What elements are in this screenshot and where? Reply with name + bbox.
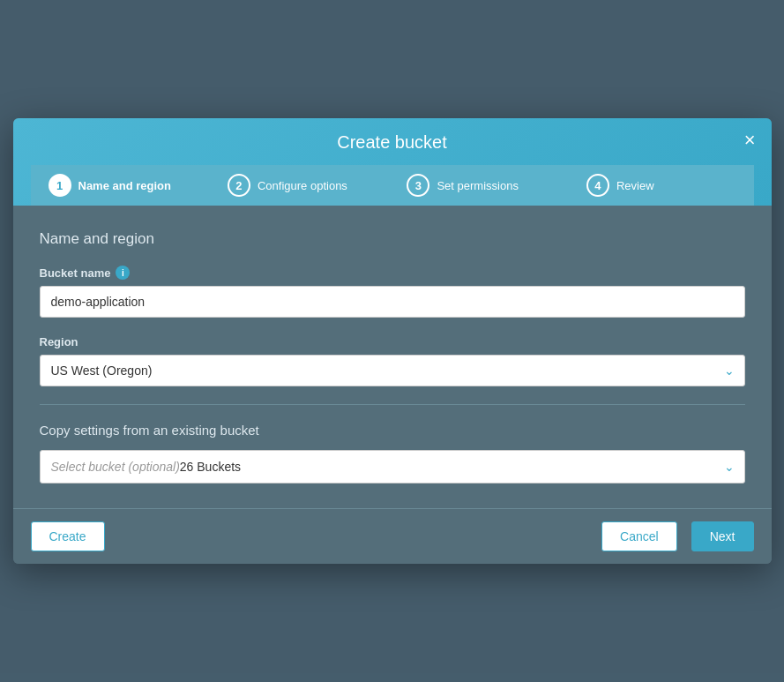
bucket-name-input[interactable] (40, 286, 745, 318)
cancel-button[interactable]: Cancel (601, 521, 677, 551)
modal-overlay: Create bucket × 1 Name and region 2 Conf… (0, 0, 784, 682)
bucket-name-label: Bucket name i (40, 266, 745, 280)
copy-settings-label: Copy settings from an existing bucket (40, 423, 745, 438)
bucket-name-info-icon[interactable]: i (116, 266, 130, 280)
section-title: Name and region (40, 230, 745, 248)
step-4-circle: 4 (586, 174, 609, 197)
step-3-circle: 3 (407, 174, 429, 197)
modal-header: Create bucket × 1 Name and region 2 Conf… (13, 118, 772, 206)
region-select[interactable]: US West (Oregon) US East (N. Virginia) E… (40, 355, 745, 386)
create-bucket-modal: Create bucket × 1 Name and region 2 Conf… (13, 118, 772, 564)
step-2-label: Configure options (258, 179, 347, 192)
close-button[interactable]: × (744, 131, 756, 150)
step-1-circle: 1 (49, 174, 71, 197)
step-2[interactable]: 2 Configure options (228, 174, 377, 197)
region-label: Region (40, 335, 745, 348)
modal-title: Create bucket (31, 132, 754, 165)
next-button[interactable]: Next (691, 521, 754, 551)
footer-right-buttons: Cancel Next (601, 521, 753, 551)
select-bucket-placeholder: Select bucket (optional) (51, 460, 180, 474)
select-bucket-count: 26 Buckets (180, 460, 241, 474)
step-4[interactable]: 4 Review (586, 174, 736, 197)
create-button[interactable]: Create (31, 521, 105, 551)
modal-footer: Create Cancel Next (13, 508, 772, 564)
section-divider (40, 404, 745, 405)
modal-body: Name and region Bucket name i Region US … (13, 206, 772, 508)
select-bucket-wrapper[interactable]: Select bucket (optional) 26 Buckets ⌄ (40, 450, 745, 483)
step-1[interactable]: 1 Name and region (49, 174, 198, 197)
step-4-label: Review (616, 179, 654, 192)
step-3-label: Set permissions (437, 179, 518, 192)
region-select-wrapper: US West (Oregon) US East (N. Virginia) E… (40, 355, 745, 386)
select-bucket-dropdown[interactable]: Select bucket (optional) 26 Buckets ⌄ (40, 450, 745, 483)
step-2-circle: 2 (228, 174, 250, 197)
step-3[interactable]: 3 Set permissions (407, 174, 556, 197)
bucket-chevron-down-icon: ⌄ (724, 460, 735, 474)
step-1-label: Name and region (78, 179, 171, 192)
steps-bar: 1 Name and region 2 Configure options 3 (31, 165, 754, 206)
